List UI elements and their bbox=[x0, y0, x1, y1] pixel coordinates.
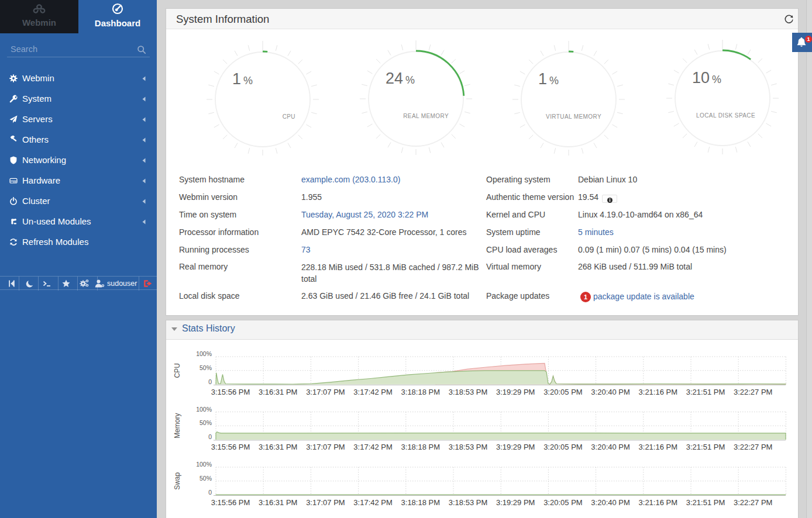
svg-text:3:19:29 PM: 3:19:29 PM bbox=[496, 443, 535, 451]
svg-text:3:17:07 PM: 3:17:07 PM bbox=[306, 443, 345, 451]
svg-text:3:20:05 PM: 3:20:05 PM bbox=[543, 388, 583, 396]
svg-text:100%: 100% bbox=[196, 406, 212, 413]
svg-text:3:16:31 PM: 3:16:31 PM bbox=[259, 388, 298, 396]
svg-text:Memory: Memory bbox=[173, 413, 181, 438]
svg-text:50%: 50% bbox=[199, 475, 212, 482]
svg-text:3:19:29 PM: 3:19:29 PM bbox=[496, 388, 535, 396]
svg-text:3:17:42 PM: 3:17:42 PM bbox=[353, 443, 393, 451]
svg-text:0: 0 bbox=[208, 433, 212, 440]
svg-text:3:15:56 PM: 3:15:56 PM bbox=[211, 443, 250, 451]
svg-text:3:18:53 PM: 3:18:53 PM bbox=[449, 498, 488, 507]
svg-text:3:22:27 PM: 3:22:27 PM bbox=[734, 388, 773, 396]
svg-text:3:21:16 PM: 3:21:16 PM bbox=[639, 388, 678, 396]
svg-text:3:21:16 PM: 3:21:16 PM bbox=[639, 443, 678, 451]
svg-text:3:17:07 PM: 3:17:07 PM bbox=[306, 498, 345, 507]
svg-text:3:18:18 PM: 3:18:18 PM bbox=[401, 388, 441, 396]
svg-text:3:15:56 PM: 3:15:56 PM bbox=[211, 388, 250, 396]
svg-text:3:20:40 PM: 3:20:40 PM bbox=[591, 388, 630, 396]
svg-text:0: 0 bbox=[208, 378, 212, 385]
svg-text:100%: 100% bbox=[196, 461, 212, 468]
svg-text:Swap: Swap bbox=[173, 472, 181, 489]
svg-text:3:18:18 PM: 3:18:18 PM bbox=[401, 443, 441, 451]
svg-text:100%: 100% bbox=[196, 350, 212, 357]
svg-text:3:16:31 PM: 3:16:31 PM bbox=[259, 443, 298, 451]
svg-text:3:21:51 PM: 3:21:51 PM bbox=[686, 498, 725, 507]
svg-text:3:18:53 PM: 3:18:53 PM bbox=[449, 388, 488, 396]
svg-text:3:21:16 PM: 3:21:16 PM bbox=[639, 498, 678, 507]
svg-text:3:19:29 PM: 3:19:29 PM bbox=[496, 498, 535, 507]
svg-text:3:17:42 PM: 3:17:42 PM bbox=[353, 388, 393, 396]
svg-text:3:20:05 PM: 3:20:05 PM bbox=[543, 498, 583, 507]
svg-text:3:18:53 PM: 3:18:53 PM bbox=[449, 443, 488, 451]
svg-text:3:20:05 PM: 3:20:05 PM bbox=[543, 443, 583, 451]
svg-text:3:16:31 PM: 3:16:31 PM bbox=[259, 498, 298, 507]
svg-text:3:17:42 PM: 3:17:42 PM bbox=[353, 498, 393, 507]
svg-text:3:22:27 PM: 3:22:27 PM bbox=[734, 443, 773, 451]
svg-text:3:17:07 PM: 3:17:07 PM bbox=[306, 388, 345, 396]
svg-text:3:22:27 PM: 3:22:27 PM bbox=[734, 498, 773, 507]
svg-text:3:21:51 PM: 3:21:51 PM bbox=[686, 443, 725, 451]
svg-text:3:15:56 PM: 3:15:56 PM bbox=[211, 498, 250, 507]
svg-text:0: 0 bbox=[208, 489, 212, 496]
svg-text:50%: 50% bbox=[199, 419, 212, 426]
svg-text:3:20:40 PM: 3:20:40 PM bbox=[591, 443, 630, 451]
svg-text:3:21:51 PM: 3:21:51 PM bbox=[686, 388, 725, 396]
svg-text:CPU: CPU bbox=[173, 363, 181, 378]
svg-text:50%: 50% bbox=[199, 364, 212, 371]
svg-text:3:18:18 PM: 3:18:18 PM bbox=[401, 498, 441, 507]
svg-text:3:20:40 PM: 3:20:40 PM bbox=[591, 498, 630, 507]
